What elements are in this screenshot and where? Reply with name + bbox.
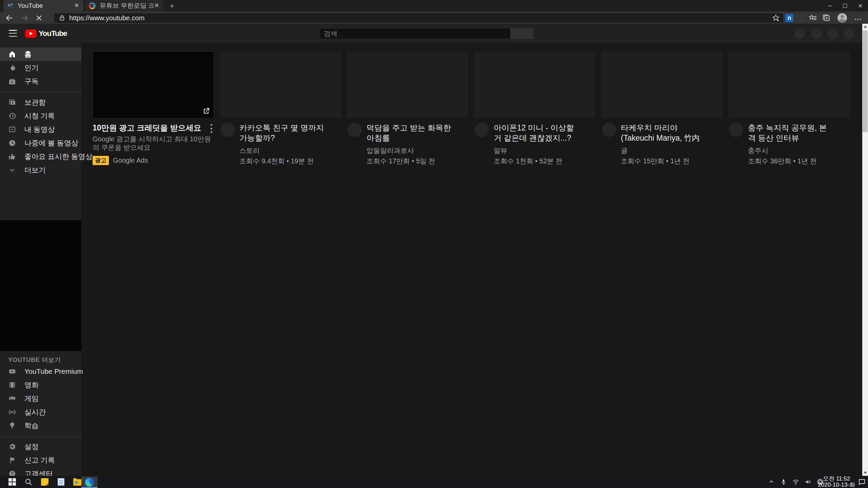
sidebar-label: 좋아요 표시한 동영상 — [24, 152, 93, 161]
sidebar-item-show-more[interactable]: 더보기 — [0, 163, 81, 177]
page-scrollbar[interactable] — [862, 24, 868, 476]
forward-button[interactable] — [20, 14, 29, 22]
video-channel[interactable]: 충주시 — [748, 146, 842, 155]
scroll-down-button[interactable] — [862, 470, 868, 476]
ad-title[interactable]: 10만원 광고 크레딧을 받으세요 — [93, 123, 214, 133]
volume-icon[interactable] — [804, 478, 812, 486]
video-title[interactable]: 타케우치 마리야 (Takeuchi Mariya, 竹内まりや) - Plas… — [621, 123, 714, 143]
video-title[interactable]: 덕담을 주고 받는 화목한 아침롤 — [367, 123, 460, 143]
taskbar-clock[interactable]: 오전 11:52 2020-10-13-화 — [818, 476, 855, 488]
stop-loading-button[interactable] — [35, 14, 43, 22]
taskbar-sticky-notes-button[interactable] — [40, 477, 50, 487]
sidebar-item-library[interactable]: 보관함 — [0, 96, 81, 109]
channel-avatar[interactable] — [729, 123, 743, 137]
sidebar-item-live[interactable]: 실시간 — [0, 405, 81, 419]
sidebar-item-premium[interactable]: YouTube Premium — [0, 365, 81, 378]
microphone-icon[interactable] — [780, 478, 787, 486]
channel-avatar[interactable] — [220, 123, 235, 137]
taskbar-search-button[interactable] — [24, 477, 33, 487]
sidebar-item-watch-later[interactable]: 나중에 볼 동영상 — [0, 136, 81, 150]
url-text[interactable]: https://www.youtube.com — [69, 14, 144, 22]
video-channel[interactable]: 스토리 — [239, 146, 333, 155]
action-center-icon[interactable] — [858, 478, 866, 486]
close-button[interactable]: ✕ — [853, 0, 868, 12]
channel-avatar[interactable] — [475, 123, 489, 137]
video-thumbnail[interactable] — [474, 52, 595, 118]
video-card[interactable]: 덕담을 주고 받는 화목한 아침롤 압둘알리과로사 조회수 17만회 • 5일 … — [347, 52, 468, 160]
address-bar[interactable]: https://www.youtube.com — [54, 13, 783, 23]
sidebar-item-history[interactable]: 시청 기록 — [0, 109, 81, 123]
taskbar-edge-button-active[interactable] — [81, 476, 98, 488]
guide-hamburger-icon[interactable] — [9, 30, 17, 37]
masthead-loading-circle — [827, 28, 838, 39]
extension-n-icon[interactable]: n — [785, 14, 793, 22]
windows-logo-icon — [8, 478, 16, 486]
history-icon — [8, 112, 16, 120]
clock-date: 2020-10-13-화 — [818, 482, 855, 488]
sidebar-item-liked-videos[interactable]: 좋아요 표시한 동영상 — [0, 150, 81, 163]
sidebar-item-subscriptions[interactable]: 구독 — [0, 75, 81, 88]
sidebar-loading-skeleton — [0, 220, 81, 351]
tab-close-icon[interactable]: ✕ — [153, 2, 160, 9]
ad-card[interactable]: 10만원 광고 크레딧을 받으세요 Google 광고를 시작하시고 최대 10… — [93, 52, 214, 160]
video-thumbnail[interactable] — [728, 52, 850, 118]
scroll-up-button[interactable] — [862, 24, 868, 29]
sidebar-label: 나중에 볼 동영상 — [24, 138, 78, 148]
tab-google-search[interactable]: 유튜브 무한로딩 크롬 - Google ✕ — [85, 0, 163, 12]
channel-avatar[interactable] — [602, 123, 616, 137]
video-menu-icon[interactable] — [211, 124, 213, 133]
video-title[interactable]: 충주 녹지직 공무원, 본격 등산 인터뷰 — [748, 123, 842, 143]
browser-menu-icon[interactable] — [854, 15, 863, 24]
sidebar-item-settings[interactable]: 설정 — [0, 440, 81, 453]
sidebar-divider — [0, 92, 81, 92]
youtube-logo[interactable]: YouTube — [25, 29, 67, 38]
ad-advertiser[interactable]: Google Ads — [113, 157, 148, 164]
start-button[interactable] — [7, 477, 17, 487]
browser-profile-avatar[interactable] — [837, 13, 847, 23]
maximize-button[interactable]: ☐ — [837, 0, 853, 12]
video-card[interactable]: 충주 녹지직 공무원, 본격 등산 인터뷰 충주시 조회수 36만회 • 1년 … — [728, 52, 850, 160]
search-button[interactable] — [511, 28, 533, 39]
show-hidden-icons-chevron[interactable] — [768, 478, 775, 486]
video-card[interactable]: 카카오톡 친구 몇 명까지 가능할까? 스토리 조회수 9.4천회 • 19분 … — [220, 52, 341, 160]
new-tab-button[interactable]: + — [168, 2, 176, 10]
tab-youtube[interactable]: YouTube ✕ — [3, 0, 83, 12]
sidebar-item-gaming[interactable]: 게임 — [0, 392, 81, 405]
video-channel[interactable]: 귤 — [621, 146, 714, 155]
sidebar-item-learning[interactable]: 학습 — [0, 419, 81, 432]
sidebar-label: 영화 — [24, 380, 39, 390]
video-card[interactable]: 아이폰12 미니 - 이상할 거 같은데 괜찮겠지...? 알뷰 조회수 1천회… — [474, 52, 595, 160]
video-thumbnail[interactable] — [220, 52, 341, 118]
sidebar-item-movies[interactable]: 영화 — [0, 378, 81, 392]
lock-icon[interactable] — [58, 14, 66, 22]
video-title[interactable]: 카카오톡 친구 몇 명까지 가능할까? — [239, 123, 333, 143]
sidebar-item-your-videos[interactable]: 내 동영상 — [0, 123, 81, 136]
tab-close-icon[interactable]: ✕ — [73, 2, 80, 9]
home-icon — [8, 50, 16, 58]
notepad-icon — [58, 478, 64, 486]
minimize-button[interactable]: ─ — [822, 0, 837, 12]
video-thumbnail[interactable] — [347, 52, 468, 118]
collections-icon[interactable] — [822, 14, 831, 22]
sidebar-more-header: YOUTUBE 더보기 — [8, 356, 61, 364]
back-button[interactable] — [5, 14, 14, 22]
video-channel[interactable]: 알뷰 — [494, 146, 587, 155]
video-thumbnail[interactable] — [601, 52, 723, 118]
favorites-bar-icon[interactable] — [808, 14, 817, 22]
ad-thumbnail[interactable] — [93, 52, 214, 118]
wifi-icon[interactable] — [792, 478, 800, 486]
taskbar-file-explorer-button[interactable] — [73, 477, 82, 487]
video-title[interactable]: 아이폰12 미니 - 이상할 거 같은데 괜찮겠지...? — [494, 123, 587, 143]
sidebar-item-home[interactable]: 홈 — [0, 47, 81, 61]
scrollbar-thumb[interactable] — [863, 30, 868, 132]
sidebar-item-report-history[interactable]: 신고 기록 — [0, 453, 81, 467]
search-input[interactable] — [319, 28, 511, 39]
video-channel[interactable]: 압둘알리과로사 — [367, 146, 460, 155]
add-favorite-star-icon[interactable] — [772, 14, 780, 22]
taskbar-notepad-button[interactable] — [56, 477, 66, 487]
sidebar-item-trending[interactable]: 인기 — [0, 61, 81, 75]
tab-title: YouTube — [18, 2, 43, 9]
library-icon — [8, 98, 16, 106]
video-card[interactable]: 타케우치 마리야 (Takeuchi Mariya, 竹内まりや) - Plas… — [601, 52, 723, 160]
channel-avatar[interactable] — [348, 123, 362, 137]
